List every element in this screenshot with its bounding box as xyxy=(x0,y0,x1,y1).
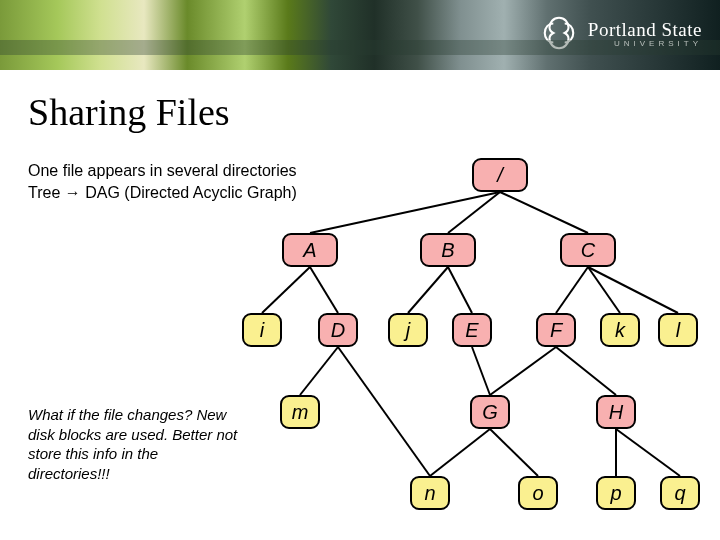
node-n: n xyxy=(410,476,450,510)
svg-line-1 xyxy=(448,192,500,233)
header-banner: Portland State UNIVERSITY xyxy=(0,0,720,70)
node-D: D xyxy=(318,313,358,347)
svg-line-3 xyxy=(262,267,310,313)
node-F: F xyxy=(536,313,576,347)
brand-subtitle: UNIVERSITY xyxy=(588,39,702,48)
slide-title: Sharing Files xyxy=(28,90,230,134)
svg-line-5 xyxy=(408,267,448,313)
description-line-1: One file appears in several directories xyxy=(28,160,297,182)
node-A: A xyxy=(282,233,338,267)
svg-line-0 xyxy=(310,192,500,233)
slide-caption: What if the file changes? New disk block… xyxy=(28,405,238,483)
node-j: j xyxy=(388,313,428,347)
svg-line-2 xyxy=(500,192,588,233)
svg-line-14 xyxy=(556,347,616,395)
node-m: m xyxy=(280,395,320,429)
node-E: E xyxy=(452,313,492,347)
node-G: G xyxy=(470,395,510,429)
node-C: C xyxy=(560,233,616,267)
description-line-2: Tree → DAG (Directed Acyclic Graph) xyxy=(28,182,297,204)
svg-line-16 xyxy=(490,429,538,476)
node-o: o xyxy=(518,476,558,510)
svg-line-18 xyxy=(616,429,680,476)
svg-line-9 xyxy=(588,267,678,313)
svg-line-15 xyxy=(430,429,490,476)
node-l: l xyxy=(658,313,698,347)
node-root: / xyxy=(472,158,528,192)
svg-line-11 xyxy=(338,347,430,476)
svg-line-4 xyxy=(310,267,338,313)
slide-description: One file appears in several directories … xyxy=(28,160,297,203)
node-q: q xyxy=(660,476,700,510)
svg-line-8 xyxy=(588,267,620,313)
svg-line-10 xyxy=(300,347,338,395)
psu-logo-icon xyxy=(540,14,578,52)
svg-line-12 xyxy=(472,347,490,395)
svg-line-13 xyxy=(490,347,556,395)
node-i: i xyxy=(242,313,282,347)
node-B: B xyxy=(420,233,476,267)
node-p: p xyxy=(596,476,636,510)
brand-name: Portland State xyxy=(588,19,702,41)
svg-line-6 xyxy=(448,267,472,313)
brand: Portland State UNIVERSITY xyxy=(540,14,702,52)
node-k: k xyxy=(600,313,640,347)
svg-line-7 xyxy=(556,267,588,313)
node-H: H xyxy=(596,395,636,429)
